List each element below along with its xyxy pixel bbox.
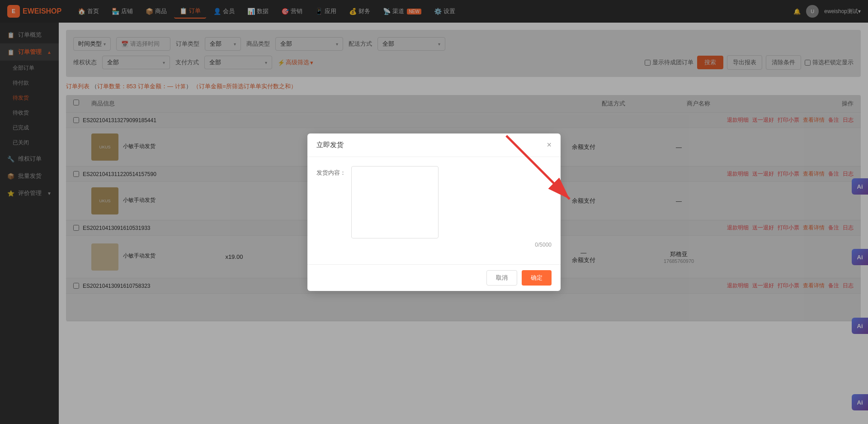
modal-body: 发货内容： 0/5000 [307, 157, 561, 264]
modal-overlay: 立即发货 × 发货内容： 0/5000 取消 确定 [0, 0, 868, 424]
modal-footer: 取消 确定 [307, 264, 561, 291]
ship-modal: 立即发货 × 发货内容： 0/5000 取消 确定 [307, 133, 561, 291]
textarea-wrapper: 0/5000 [351, 166, 552, 248]
cancel-button[interactable]: 取消 [486, 270, 517, 286]
ship-content-textarea[interactable] [351, 166, 439, 238]
modal-header: 立即发货 × [307, 133, 561, 157]
modal-close-button[interactable]: × [547, 141, 552, 149]
char-count: 0/5000 [351, 242, 552, 248]
confirm-button[interactable]: 确定 [522, 270, 552, 286]
form-row-content: 发货内容： 0/5000 [316, 166, 552, 248]
modal-title: 立即发货 [316, 141, 344, 149]
content-label: 发货内容： [316, 166, 346, 177]
